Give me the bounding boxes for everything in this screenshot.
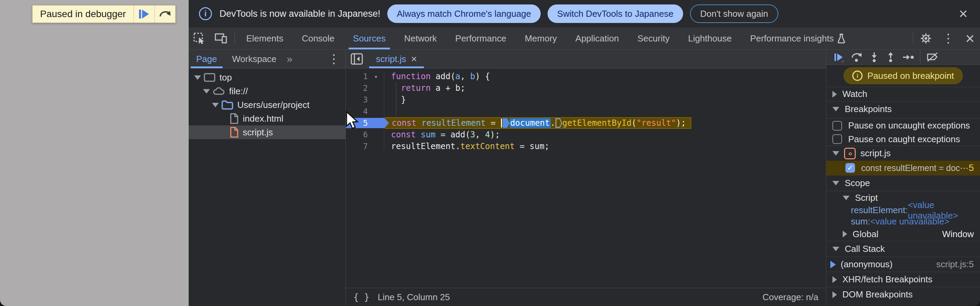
- call-stack-frame[interactable]: (anonymous) script.js:5: [826, 257, 980, 272]
- checkbox-checked[interactable]: ✓: [845, 163, 855, 173]
- collapse-caret-icon[interactable]: [832, 247, 839, 251]
- always-match-language-button[interactable]: Always match Chrome's language: [387, 5, 541, 23]
- step-out-icon: [886, 52, 895, 62]
- section-watch[interactable]: Watch: [826, 87, 980, 101]
- tree-item-project-folder[interactable]: Users/user/project: [189, 98, 345, 112]
- switch-to-japanese-button[interactable]: Switch DevTools to Japanese: [547, 5, 683, 23]
- tab-sources[interactable]: Sources: [344, 27, 395, 49]
- step-into-button[interactable]: [866, 50, 882, 64]
- settings-button[interactable]: [915, 27, 937, 49]
- checkbox-unchecked[interactable]: [832, 121, 842, 131]
- collapse-panel-icon: [351, 53, 363, 65]
- section-label: Watch: [842, 89, 867, 99]
- gutter-line-1[interactable]: 1 ▾: [346, 70, 384, 82]
- expand-caret-icon[interactable]: [194, 75, 201, 80]
- tree-item-script-js[interactable]: script.js: [189, 126, 345, 139]
- pause-uncaught-exceptions-row[interactable]: Pause on uncaught exceptions: [826, 118, 980, 132]
- gutter-line-2[interactable]: 2: [346, 82, 384, 94]
- code-editor[interactable]: 1 ▾ function add(a, b) { 2: [346, 69, 826, 288]
- resume-script-button[interactable]: [134, 5, 154, 22]
- line-number[interactable]: 6: [346, 130, 370, 139]
- pause-caught-exceptions-row[interactable]: Pause on caught exceptions: [826, 132, 980, 146]
- expand-caret-icon[interactable]: [203, 89, 210, 94]
- step-over-button[interactable]: [848, 50, 866, 64]
- tree-item-index-html[interactable]: index.html: [189, 112, 345, 126]
- deactivate-breakpoints-button[interactable]: [923, 50, 942, 64]
- tab-performance[interactable]: Performance: [446, 27, 516, 49]
- code-line-4[interactable]: 4: [346, 105, 826, 117]
- collapse-navigator-button[interactable]: [346, 50, 368, 68]
- collapse-caret-icon[interactable]: [832, 91, 837, 98]
- dont-show-again-button[interactable]: Don't show again: [690, 5, 779, 23]
- collapse-caret-icon[interactable]: [832, 276, 837, 283]
- inspect-element-button[interactable]: [189, 27, 210, 49]
- line-number[interactable]: 1: [346, 72, 370, 81]
- tab-network[interactable]: Network: [395, 27, 446, 49]
- gutter-line-3[interactable]: 3: [346, 94, 384, 105]
- step-over-button-toast[interactable]: [155, 5, 175, 22]
- breakpoint-entry[interactable]: ✓ const resultElement = doc⋯ 5: [826, 161, 980, 175]
- code-line-7[interactable]: 7 resultElement.textContent = sum;: [346, 140, 826, 152]
- collapse-caret-icon[interactable]: [843, 196, 850, 200]
- tree-item-top[interactable]: top: [189, 70, 345, 84]
- collapse-caret-icon[interactable]: [832, 107, 839, 112]
- more-options-button[interactable]: ⋮: [937, 32, 960, 45]
- breakpoint-group-script-js[interactable]: ‹› script.js: [826, 146, 980, 161]
- collapse-caret-icon[interactable]: [832, 181, 839, 185]
- tab-security[interactable]: Security: [628, 27, 679, 49]
- scope-variable-sum[interactable]: sum: <value unavailable>: [826, 216, 980, 227]
- tab-memory[interactable]: Memory: [515, 27, 566, 49]
- code-line-3[interactable]: 3 }: [346, 94, 826, 105]
- navigator-more-button[interactable]: ⋮: [322, 53, 345, 65]
- tab-workspace[interactable]: Workspace: [224, 50, 284, 68]
- section-dom-breakpoints[interactable]: DOM Breakpoints: [826, 287, 980, 302]
- code-line-5-paused[interactable]: 5 const resultElement = document.getElem…: [346, 117, 826, 129]
- collapse-caret-icon[interactable]: [843, 231, 847, 237]
- close-devtools-button[interactable]: ×: [960, 30, 980, 46]
- scope-group-global[interactable]: Global Window: [826, 227, 980, 241]
- device-toolbar-button[interactable]: [210, 27, 232, 49]
- section-scope[interactable]: Scope: [826, 175, 980, 191]
- cursor-position-label: Line 5, Column 25: [378, 292, 450, 303]
- gutter-line-6[interactable]: 6: [346, 129, 384, 140]
- code-line-1[interactable]: 1 ▾ function add(a, b) {: [346, 70, 826, 82]
- fold-arrow-icon[interactable]: ▾: [374, 73, 378, 80]
- inspect-icon: [194, 33, 205, 44]
- line-number[interactable]: 7: [346, 142, 370, 151]
- tab-performance-insights[interactable]: Performance insights: [741, 27, 855, 49]
- line-number[interactable]: 2: [346, 84, 370, 92]
- tab-close-icon[interactable]: ×: [411, 53, 417, 65]
- section-call-stack[interactable]: Call Stack: [826, 241, 980, 257]
- scope-variable-resultElement[interactable]: resultElement: <value unavailable>: [826, 205, 980, 216]
- more-tabs-chevrons[interactable]: »: [284, 53, 295, 65]
- checkbox-unchecked[interactable]: [832, 134, 842, 144]
- code-line-6[interactable]: 6 const sum = add(3, 4);: [346, 129, 826, 140]
- section-xhr-breakpoints[interactable]: XHR/fetch Breakpoints: [826, 272, 980, 287]
- tab-page[interactable]: Page: [189, 50, 224, 68]
- navigator-tabbar: Page Workspace » ⋮: [189, 50, 345, 69]
- section-breakpoints[interactable]: Breakpoints: [826, 101, 980, 117]
- collapse-caret-icon[interactable]: [832, 291, 837, 298]
- devtools-window: i DevTools is now available in Japanese!…: [189, 0, 980, 306]
- resume-icon: [139, 10, 149, 19]
- gutter-line-7[interactable]: 7: [346, 140, 384, 152]
- editor-tab-script-js[interactable]: script.js ×: [368, 50, 425, 68]
- line-number[interactable]: 3: [346, 95, 370, 104]
- expand-caret-icon[interactable]: [212, 103, 219, 107]
- frame-name: (anonymous): [841, 259, 892, 270]
- pretty-print-icon[interactable]: { }: [353, 292, 369, 302]
- code-line-2[interactable]: 2 return a + b;: [346, 82, 826, 94]
- tree-item-label: script.js: [243, 127, 273, 138]
- collapse-caret-icon[interactable]: [832, 151, 839, 156]
- tab-lighthouse[interactable]: Lighthouse: [679, 27, 741, 49]
- step-out-button[interactable]: [882, 50, 899, 64]
- step-button[interactable]: [899, 50, 918, 64]
- tab-application[interactable]: Application: [566, 27, 628, 49]
- execution-line-highlight[interactable]: const resultElement = document.getElemen…: [385, 117, 691, 129]
- tab-elements[interactable]: Elements: [237, 27, 293, 49]
- tree-item-file-origin[interactable]: file://: [189, 84, 345, 98]
- tab-console[interactable]: Console: [293, 27, 344, 49]
- infobar-close-icon[interactable]: ×: [957, 6, 970, 21]
- checkbox-label: Pause on caught exceptions: [848, 134, 960, 145]
- resume-button[interactable]: [830, 50, 848, 64]
